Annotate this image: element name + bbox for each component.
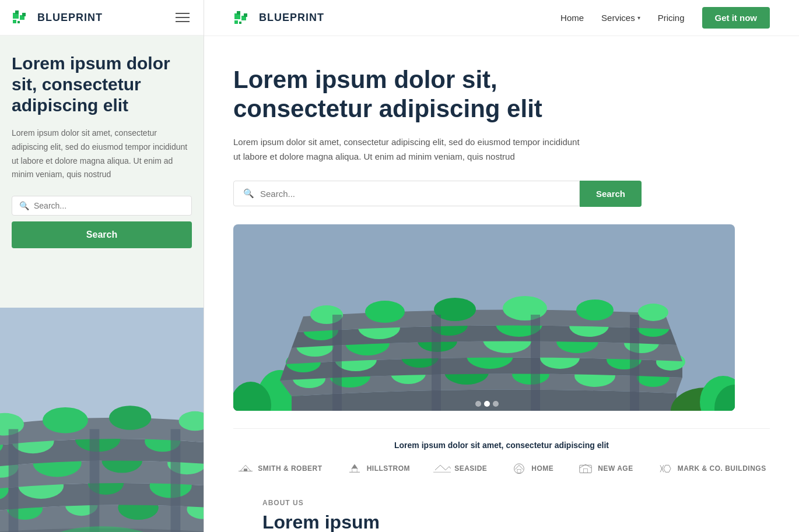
- right-building-image: [233, 224, 735, 411]
- left-search-input[interactable]: [34, 201, 184, 210]
- partner-logo-mark-co: MARK & CO. BUILDINGS: [657, 461, 766, 475]
- seaside-label: SEASIDE: [454, 464, 487, 473]
- svg-rect-38: [234, 20, 238, 24]
- smith-robert-label: SMITH & ROBERT: [258, 464, 322, 473]
- svg-rect-31: [90, 429, 100, 532]
- right-search-button[interactable]: Search: [580, 181, 642, 207]
- hamburger-line-2: [176, 17, 190, 18]
- svg-rect-35: [237, 11, 240, 15]
- svg-rect-76: [332, 315, 342, 411]
- right-hero-desc: Lorem ipsum dolor sit amet, consectetur …: [233, 135, 583, 164]
- partner-logo-hillstrom: HILLSTROM: [346, 461, 411, 475]
- svg-rect-89: [580, 465, 591, 473]
- mark-co-icon: [657, 461, 674, 475]
- svg-rect-1: [15, 10, 19, 14]
- hamburger-menu[interactable]: [173, 10, 192, 24]
- about-label: ABOUT US: [262, 499, 741, 507]
- svg-point-71: [365, 301, 405, 323]
- right-logo-icon: [233, 8, 254, 29]
- home-icon: [510, 461, 528, 475]
- svg-rect-86: [244, 468, 247, 471]
- new-age-icon: [577, 461, 594, 475]
- right-search-input[interactable]: [260, 189, 570, 199]
- nav-services[interactable]: Services ▾: [601, 13, 640, 23]
- svg-point-85: [493, 401, 499, 407]
- svg-point-73: [503, 296, 547, 320]
- partners-section: Lorem ipsum dolor sit amet, consectetur …: [233, 428, 770, 487]
- right-nav: Home Services ▾ Pricing Get it now: [560, 7, 770, 29]
- svg-point-75: [638, 304, 668, 321]
- get-it-now-button[interactable]: Get it now: [702, 7, 770, 29]
- chevron-down-icon: ▾: [637, 15, 640, 21]
- right-search-area: 🔍 Search: [233, 181, 642, 207]
- search-icon: 🔍: [19, 201, 29, 210]
- right-logo-text: BLUEPRINT: [259, 12, 324, 24]
- left-hero-title: Lorem ipsum dolor sit, consectetur adipi…: [12, 53, 192, 116]
- left-logo: BLUEPRINT: [12, 7, 103, 28]
- svg-rect-4: [13, 20, 16, 23]
- svg-rect-90: [584, 468, 588, 473]
- partners-tagline: Lorem ipsum dolor sit amet, consectetur …: [233, 441, 770, 450]
- left-content: Lorem ipsum dolor sit, consectetur adipi…: [0, 36, 204, 308]
- partner-logo-seaside: SEASIDE: [433, 461, 487, 475]
- home-label: HOME: [531, 464, 553, 473]
- left-header: BLUEPRINT: [0, 0, 204, 36]
- about-left: ABOUT US Lorem ipsum: [262, 499, 741, 532]
- svg-point-84: [484, 401, 490, 407]
- nav-pricing[interactable]: Pricing: [658, 13, 685, 23]
- logo-icon: [12, 7, 33, 28]
- left-search-button[interactable]: Search: [12, 221, 192, 248]
- right-logo: BLUEPRINT: [233, 8, 324, 29]
- left-hero-desc: Lorem ipsum dolor sit amet, consectetur …: [12, 126, 192, 182]
- about-section: ABOUT US Lorem ipsum: [233, 487, 770, 532]
- left-logo-text: BLUEPRINT: [37, 12, 103, 24]
- seaside-icon: [433, 461, 451, 475]
- svg-point-83: [475, 401, 481, 407]
- svg-point-28: [109, 406, 151, 430]
- svg-point-74: [576, 300, 614, 320]
- new-age-label: NEW AGE: [598, 464, 633, 473]
- right-panel: BLUEPRINT Home Services ▾ Pricing Get it…: [204, 0, 799, 532]
- partner-logo-home: HOME: [510, 461, 553, 475]
- hillstrom-label: HILLSTROM: [367, 464, 411, 473]
- right-hero-title: Lorem ipsum dolor sit, consectetur adipi…: [233, 65, 642, 124]
- hillstrom-icon: [346, 461, 363, 475]
- mark-co-label: MARK & CO. BUILDINGS: [678, 464, 766, 473]
- partner-logo-new-age: NEW AGE: [577, 461, 633, 475]
- right-main: Lorem ipsum dolor sit, consectetur adipi…: [204, 36, 799, 532]
- left-panel: BLUEPRINT Lorem ipsum dolor sit, consect…: [0, 0, 204, 532]
- right-header: BLUEPRINT Home Services ▾ Pricing Get it…: [204, 0, 799, 36]
- hamburger-line-1: [176, 13, 190, 14]
- left-building-image: [0, 308, 204, 532]
- nav-home[interactable]: Home: [560, 13, 584, 23]
- partners-logos: SMITH & ROBERT HILLSTROM: [233, 461, 770, 475]
- left-search-input-wrap: 🔍: [12, 196, 192, 216]
- smith-robert-icon: [237, 461, 254, 475]
- svg-rect-5: [17, 21, 20, 23]
- right-search-icon: 🔍: [243, 188, 254, 199]
- svg-rect-3: [22, 13, 26, 16]
- svg-rect-77: [432, 315, 441, 411]
- hamburger-line-3: [176, 21, 190, 22]
- svg-point-27: [43, 407, 88, 433]
- svg-rect-79: [630, 315, 639, 411]
- about-title: Lorem ipsum: [262, 512, 741, 532]
- partner-logo-smith-robert: SMITH & ROBERT: [237, 461, 322, 475]
- svg-rect-32: [171, 429, 181, 532]
- svg-rect-37: [244, 13, 247, 17]
- svg-rect-39: [239, 22, 241, 24]
- right-search-input-wrap: 🔍: [233, 181, 580, 206]
- svg-rect-30: [9, 429, 19, 532]
- left-search-area: 🔍 Search: [12, 196, 192, 248]
- svg-rect-88: [517, 469, 521, 473]
- svg-rect-78: [531, 315, 540, 411]
